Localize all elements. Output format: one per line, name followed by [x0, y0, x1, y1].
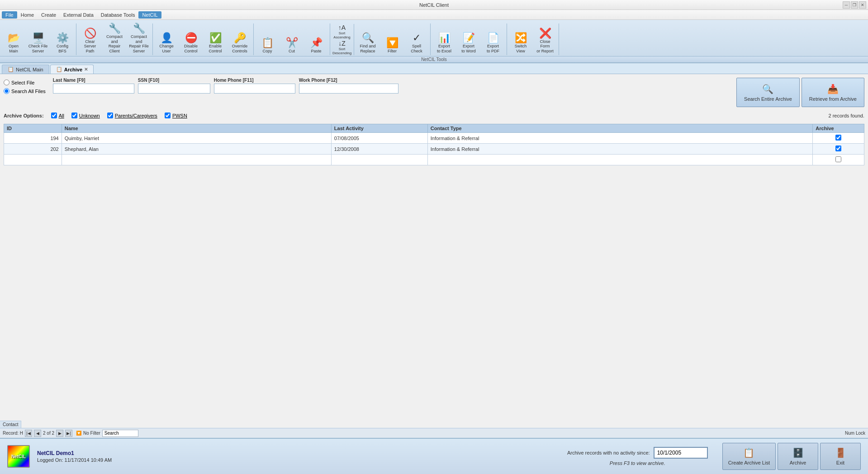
radio-select-file-label: Select File — [11, 80, 34, 85]
create-archive-label: Create Archive List — [728, 460, 770, 465]
col-header-name: Name — [62, 124, 331, 133]
radio-search-all[interactable]: Search All Files — [4, 88, 46, 94]
filter-section: 🔽 No Filter — [76, 430, 138, 437]
ribbon-tools-label: NetCIL Tools — [0, 56, 868, 62]
find-replace-button[interactable]: 🔍 Find andReplace — [356, 23, 379, 55]
ssn-input[interactable] — [138, 84, 210, 94]
menu-netcil[interactable]: NetCIL — [138, 11, 161, 19]
export-pdf-button[interactable]: 📄 Exportto PDF — [481, 23, 505, 55]
cut-button[interactable]: ✂️ Cut — [280, 23, 304, 55]
create-archive-list-button[interactable]: 📋 Create Archive List — [722, 443, 776, 470]
radio-search-all-label: Search All Files — [11, 89, 46, 94]
archive-date-row: Archive records with no activity since: — [567, 447, 708, 459]
app-logo: NetCIL — [7, 445, 30, 468]
row3-contact — [427, 155, 813, 165]
checkbox-parents[interactable]: Parents/Caregivers — [107, 113, 157, 118]
menu-home[interactable]: Home — [17, 11, 38, 19]
menu-create[interactable]: Create — [38, 11, 60, 19]
compact-repair-file-button[interactable]: 🔧 Compact andRepair File Server — [127, 23, 151, 55]
radio-select-file[interactable]: Select File — [4, 80, 46, 85]
retrieve-archive-icon: 📥 — [827, 84, 839, 94]
exit-label: Exit — [836, 460, 844, 465]
nav-first-button[interactable]: |◀ — [25, 430, 32, 437]
no-filter-icon: 🔽 — [76, 431, 81, 436]
copy-button[interactable]: 📋 Copy — [256, 23, 279, 55]
tab-archive-close[interactable]: ✕ — [84, 67, 88, 72]
archive-button[interactable]: 🗄️ Archive — [778, 443, 818, 470]
sort-desc-icon: ↓Z — [338, 40, 346, 47]
nav-next-button[interactable]: ▶ — [56, 430, 63, 437]
search-input[interactable] — [102, 430, 138, 437]
work-phone-input[interactable] — [299, 84, 398, 94]
work-phone-group: Work Phone [F12] — [299, 78, 398, 94]
row1-archive[interactable] — [813, 133, 864, 144]
row3-archive[interactable] — [813, 155, 864, 165]
archive-date-input[interactable] — [654, 447, 708, 459]
search-entire-icon: 🔍 — [762, 84, 773, 94]
checkbox-pwsn-input[interactable] — [165, 113, 171, 118]
checkbox-parents-input[interactable] — [107, 113, 113, 118]
record-navigation: Record: H |◀ ◀ 2 of 2 ▶ ▶| — [3, 430, 72, 437]
radio-select-file-input[interactable] — [4, 80, 9, 85]
compact-repair-client-button[interactable]: 🔧 Compact andRepair Client — [103, 23, 126, 55]
check-file-icon: 🖥️ — [32, 33, 44, 43]
checkbox-pwsn[interactable]: PWSN — [165, 113, 187, 118]
close-button[interactable]: ✕ — [859, 1, 866, 9]
row1-archive-checkbox[interactable] — [835, 135, 841, 141]
tab-archive[interactable]: 📋 Archive ✕ — [50, 65, 94, 74]
checkbox-unknown-input[interactable] — [71, 113, 77, 118]
sort-asc-icon: ↑A — [338, 24, 346, 31]
login-time: Logged On: 11/17/2014 10:49 AM — [37, 457, 112, 463]
sort-descending-button[interactable]: ↓Z Sort Descending — [332, 40, 352, 55]
override-controls-icon: 🔑 — [234, 33, 246, 43]
checkbox-all[interactable]: All — [51, 113, 64, 118]
row1-id: 194 — [4, 133, 62, 144]
retrieve-from-archive-button[interactable]: 📥 Retrieve from Archive — [802, 78, 864, 107]
tabs-bar: 📋 NetCIL Main 📋 Archive ✕ — [0, 63, 868, 74]
tab-main[interactable]: 📋 NetCIL Main — [2, 65, 49, 74]
title-bar: NetCIL Client ─ ❐ ✕ — [0, 0, 868, 10]
row3-archive-checkbox[interactable] — [835, 156, 841, 162]
open-main-button[interactable]: 📂 OpenMain — [2, 23, 25, 55]
nav-prev-button[interactable]: ◀ — [34, 430, 41, 437]
change-user-button[interactable]: 👤 ChangeUser — [155, 23, 178, 55]
archive-date-label: Archive records with no activity since: — [567, 450, 650, 455]
checkbox-all-input[interactable] — [51, 113, 57, 118]
change-user-icon: 👤 — [161, 33, 173, 43]
sort-ascending-button[interactable]: ↑A Sort Ascending — [332, 24, 352, 39]
menu-file[interactable]: File — [2, 11, 17, 19]
minimize-button[interactable]: ─ — [843, 1, 850, 9]
row1-activity: 07/08/2005 — [331, 133, 427, 144]
table-row — [4, 155, 864, 165]
nav-last-button[interactable]: ▶| — [65, 430, 72, 437]
restore-button[interactable]: ❐ — [851, 1, 858, 9]
spell-check-button[interactable]: ✓ SpellCheck — [405, 23, 428, 55]
export-excel-button[interactable]: 📊 Exportto Excel — [432, 23, 456, 55]
checkbox-parents-label: Parents/Caregivers — [115, 113, 157, 118]
export-word-button[interactable]: 📝 Exportto Word — [457, 23, 480, 55]
home-phone-input[interactable] — [214, 84, 295, 94]
row2-archive-checkbox[interactable] — [835, 145, 841, 151]
config-bfs-button[interactable]: ⚙️ ConfigBFS — [51, 23, 74, 55]
menu-database-tools[interactable]: Database Tools — [97, 11, 139, 19]
switch-view-button[interactable]: 🔀 SwitchView — [509, 23, 532, 55]
radio-search-all-input[interactable] — [4, 88, 9, 94]
compact-repair-client-icon: 🔧 — [109, 23, 121, 33]
last-name-input[interactable] — [53, 84, 134, 94]
row2-archive[interactable] — [813, 144, 864, 155]
exit-button[interactable]: 🚪 Exit — [820, 443, 861, 470]
menu-external-data[interactable]: External Data — [60, 11, 97, 19]
paste-button[interactable]: 📌 Paste — [304, 23, 328, 55]
enable-control-button[interactable]: ✅ EnableControl — [204, 23, 227, 55]
checkbox-unknown[interactable]: Unknown — [71, 113, 100, 118]
override-controls-button[interactable]: 🔑 OverrideControls — [228, 23, 251, 55]
filter-button[interactable]: 🔽 Filter — [380, 23, 404, 55]
search-entire-archive-button[interactable]: 🔍 Search Entire Archive — [736, 78, 800, 107]
check-file-server-button[interactable]: 🖥️ Check FileServer — [26, 23, 50, 55]
bottom-right-status: Num Lock — [845, 431, 865, 436]
disable-control-button[interactable]: ⛔ DisableControl — [179, 23, 203, 55]
ssn-group: SSN [F10] — [138, 78, 210, 94]
content-area: Select File Search All Files Last Name [… — [0, 74, 868, 428]
close-form-button[interactable]: ❌ Close Formor Report — [533, 23, 557, 55]
clear-server-path-button[interactable]: 🚫 ClearServer Path — [78, 23, 102, 55]
